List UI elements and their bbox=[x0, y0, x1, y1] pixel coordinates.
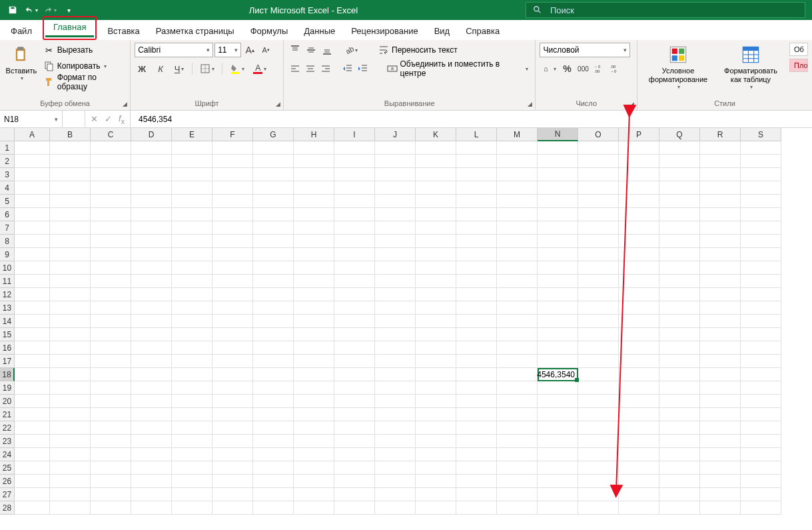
cell-C17[interactable] bbox=[91, 355, 131, 368]
cell-P12[interactable] bbox=[619, 288, 659, 301]
italic-button[interactable]: К bbox=[153, 61, 168, 76]
cell-N14[interactable] bbox=[538, 315, 578, 328]
enter-icon[interactable]: ✓ bbox=[105, 114, 112, 124]
paste-button[interactable]: Вставить ▾ bbox=[4, 43, 39, 83]
cell-S21[interactable] bbox=[741, 408, 781, 421]
cell-F12[interactable] bbox=[212, 288, 253, 301]
cell-A26[interactable] bbox=[15, 475, 50, 488]
cell-L5[interactable] bbox=[456, 195, 497, 208]
tab-insert[interactable]: Вставка bbox=[99, 21, 147, 40]
cell-B9[interactable] bbox=[50, 248, 91, 261]
cell-D3[interactable] bbox=[131, 168, 172, 181]
cell-C26[interactable] bbox=[91, 475, 131, 488]
cell-K18[interactable] bbox=[416, 368, 456, 381]
cell-F20[interactable] bbox=[212, 395, 253, 408]
cell-H19[interactable] bbox=[294, 381, 334, 395]
cell-F4[interactable] bbox=[212, 181, 253, 195]
cell-K21[interactable] bbox=[416, 408, 456, 421]
cell-S24[interactable] bbox=[741, 448, 781, 461]
cell-G7[interactable] bbox=[253, 221, 294, 235]
cell-O22[interactable] bbox=[578, 421, 619, 435]
row-header-3[interactable]: 3 bbox=[0, 168, 15, 181]
cell-Q12[interactable] bbox=[659, 288, 700, 301]
cell-M23[interactable] bbox=[497, 435, 538, 448]
cell-B21[interactable] bbox=[50, 408, 91, 421]
cell-E14[interactable] bbox=[172, 315, 212, 328]
cell-O8[interactable] bbox=[578, 235, 619, 248]
cell-L12[interactable] bbox=[456, 288, 497, 301]
cell-D22[interactable] bbox=[131, 421, 172, 435]
cell-J9[interactable] bbox=[375, 248, 416, 261]
col-header-H[interactable]: H bbox=[294, 128, 334, 141]
cell-L10[interactable] bbox=[456, 261, 497, 275]
cell-L24[interactable] bbox=[456, 448, 497, 461]
cell-M1[interactable] bbox=[497, 141, 538, 155]
cell-D4[interactable] bbox=[131, 181, 172, 195]
col-header-P[interactable]: P bbox=[619, 128, 659, 141]
row-header-5[interactable]: 5 bbox=[0, 195, 15, 208]
cell-L7[interactable] bbox=[456, 221, 497, 235]
row-header-24[interactable]: 24 bbox=[0, 448, 15, 461]
decrease-indent-button[interactable] bbox=[340, 61, 354, 76]
launcher-icon[interactable]: ◢ bbox=[629, 101, 634, 107]
cell-A21[interactable] bbox=[15, 408, 50, 421]
cell-I27[interactable] bbox=[334, 488, 375, 501]
cell-R1[interactable] bbox=[700, 141, 741, 155]
cell-C11[interactable] bbox=[91, 275, 131, 288]
cell-B1[interactable] bbox=[50, 141, 91, 155]
cell-J2[interactable] bbox=[375, 155, 416, 168]
cell-B16[interactable] bbox=[50, 341, 91, 355]
cell-A4[interactable] bbox=[15, 181, 50, 195]
cell-D11[interactable] bbox=[131, 275, 172, 288]
cell-M25[interactable] bbox=[497, 461, 538, 475]
cell-C8[interactable] bbox=[91, 235, 131, 248]
cell-O1[interactable] bbox=[578, 141, 619, 155]
cell-L6[interactable] bbox=[456, 208, 497, 221]
cell-F11[interactable] bbox=[212, 275, 253, 288]
cell-F28[interactable] bbox=[212, 501, 253, 515]
cell-P21[interactable] bbox=[619, 408, 659, 421]
cell-C14[interactable] bbox=[91, 315, 131, 328]
cell-Q23[interactable] bbox=[659, 435, 700, 448]
cell-E12[interactable] bbox=[172, 288, 212, 301]
cell-K1[interactable] bbox=[416, 141, 456, 155]
bold-button[interactable]: Ж bbox=[135, 61, 149, 76]
decrease-font-button[interactable]: A▾ bbox=[258, 43, 273, 57]
row-header-6[interactable]: 6 bbox=[0, 208, 15, 221]
cell-C13[interactable] bbox=[91, 301, 131, 315]
cell-J11[interactable] bbox=[375, 275, 416, 288]
row-header-18[interactable]: 18 bbox=[0, 368, 15, 381]
cell-R17[interactable] bbox=[700, 355, 741, 368]
cell-I22[interactable] bbox=[334, 421, 375, 435]
cell-L9[interactable] bbox=[456, 248, 497, 261]
row-header-25[interactable]: 25 bbox=[0, 461, 15, 475]
cell-P3[interactable] bbox=[619, 168, 659, 181]
cell-Q16[interactable] bbox=[659, 341, 700, 355]
cell-E2[interactable] bbox=[172, 155, 212, 168]
cell-D12[interactable] bbox=[131, 288, 172, 301]
row-header-4[interactable]: 4 bbox=[0, 181, 15, 195]
cell-D25[interactable] bbox=[131, 461, 172, 475]
cell-E28[interactable] bbox=[172, 501, 212, 515]
cell-G10[interactable] bbox=[253, 261, 294, 275]
cell-O23[interactable] bbox=[578, 435, 619, 448]
cell-K26[interactable] bbox=[416, 475, 456, 488]
cell-G1[interactable] bbox=[253, 141, 294, 155]
cell-A17[interactable] bbox=[15, 355, 50, 368]
cell-C22[interactable] bbox=[91, 421, 131, 435]
fill-color-button[interactable]: ▾ bbox=[228, 61, 246, 76]
tab-view[interactable]: Вид bbox=[426, 21, 458, 40]
cell-C20[interactable] bbox=[91, 395, 131, 408]
cell-J13[interactable] bbox=[375, 301, 416, 315]
cell-D16[interactable] bbox=[131, 341, 172, 355]
cell-I12[interactable] bbox=[334, 288, 375, 301]
cell-R6[interactable] bbox=[700, 208, 741, 221]
cell-S27[interactable] bbox=[741, 488, 781, 501]
cell-K4[interactable] bbox=[416, 181, 456, 195]
cell-H16[interactable] bbox=[294, 341, 334, 355]
cell-O19[interactable] bbox=[578, 381, 619, 395]
cell-D13[interactable] bbox=[131, 301, 172, 315]
col-header-K[interactable]: K bbox=[416, 128, 456, 141]
cell-G20[interactable] bbox=[253, 395, 294, 408]
cell-R19[interactable] bbox=[700, 381, 741, 395]
